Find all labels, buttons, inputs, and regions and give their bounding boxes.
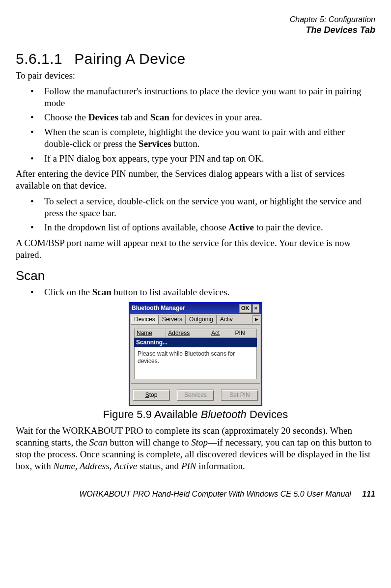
list-item: Follow the manufacturer's instructions t… <box>16 85 375 109</box>
tab-outgoing[interactable]: Outgoing <box>186 315 217 324</box>
heading-number: 5.6.1.1 <box>16 50 62 68</box>
ok-button[interactable]: OK <box>239 304 251 313</box>
tab-devices[interactable]: Devices <box>131 315 159 324</box>
list-item: In the dropdown list of options availabl… <box>16 222 375 233</box>
stop-button[interactable]: Stop <box>133 390 170 401</box>
page-footer: WORKABOUT PRO Hand-Held Computer With Wi… <box>16 489 375 499</box>
wait-para: Wait for the WORKABOUT PRO to complete i… <box>16 425 375 472</box>
heading-title: Pairing A Device <box>74 51 185 67</box>
tab-scroll-right-icon[interactable]: ▶ <box>252 315 260 323</box>
col-act[interactable]: Act <box>209 329 233 337</box>
tab-active[interactable]: Activ <box>217 315 236 324</box>
chapter-line: Chapter 5: Configuration <box>16 15 375 25</box>
window-titlebar: Bluetooth Manager OK × <box>130 303 261 314</box>
window-title: Bluetooth Manager <box>132 305 238 312</box>
list-item: To select a service, double-click on the… <box>16 196 375 219</box>
devices-pane: Name Address Act PIN Scanning... Please … <box>131 324 260 384</box>
scanning-bar: Scanning... <box>134 338 257 347</box>
footer-text: WORKABOUT PRO Hand-Held Computer With Wi… <box>79 490 351 498</box>
button-row: Stop Services Set PIN <box>130 386 261 405</box>
steps-list-1: Follow the manufacturer's instructions t… <box>16 85 375 165</box>
bluetooth-manager-window: Bluetooth Manager OK × Devices Servers O… <box>129 302 262 406</box>
tab-strip: Devices Servers Outgoing Activ ▶ <box>130 314 261 324</box>
steps-list-2: To select a service, double-click on the… <box>16 196 375 233</box>
list-item: Click on the Scan button to list availab… <box>16 286 375 298</box>
close-button[interactable]: × <box>252 304 259 313</box>
steps-list-3: Click on the Scan button to list availab… <box>16 286 375 298</box>
col-address[interactable]: Address <box>166 329 209 337</box>
list-item: If a PIN dialog box appears, type your P… <box>16 153 375 165</box>
page-header: Chapter 5: Configuration The Devices Tab <box>16 15 375 36</box>
intro-text: To pair devices: <box>16 70 375 82</box>
after-pin-para: After entering the device PIN number, th… <box>16 168 375 192</box>
heading-pairing: 5.6.1.1Pairing A Device <box>16 50 375 68</box>
col-name[interactable]: Name <box>135 329 166 337</box>
column-headers: Name Address Act PIN <box>134 329 257 338</box>
figure-wrap: Bluetooth Manager OK × Devices Servers O… <box>16 302 375 421</box>
scan-heading: Scan <box>16 268 375 284</box>
list-item: When the scan is complete, highlight the… <box>16 126 375 150</box>
section-line: The Devices Tab <box>16 25 375 36</box>
tab-servers[interactable]: Servers <box>159 315 186 324</box>
com-para: A COM/BSP port name will appear next to … <box>16 237 375 261</box>
services-button[interactable]: Services <box>177 390 214 401</box>
figure-caption: Figure 5.9 Available Bluetooth Devices <box>16 408 375 421</box>
page-number: 111 <box>362 490 375 498</box>
col-pin[interactable]: PIN <box>233 329 256 337</box>
set-pin-button[interactable]: Set PIN <box>221 390 258 401</box>
list-item: Choose the Devices tab and Scan for devi… <box>16 112 375 123</box>
scan-message: Please wait while Bluetooth scans for de… <box>134 347 257 379</box>
